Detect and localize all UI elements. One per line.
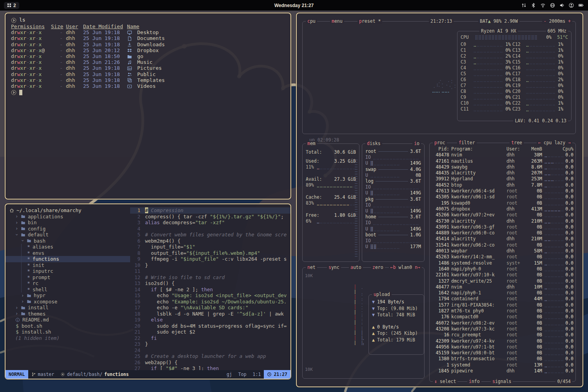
updown-icon[interactable] <box>521 3 526 8</box>
battery-icon[interactable] <box>578 3 584 8</box>
core-label: C9 <box>461 94 472 100</box>
process-row[interactable]: 45159kworker/u98:0-btroot0B⣀⣀⣀⣀⣀⣀0.0 <box>430 350 575 356</box>
tree-item-rc[interactable]: *rc <box>5 280 130 287</box>
process-row[interactable]: 48478nvimdhh38M⣀⣀⣀⣀⣀⣀0.0 <box>430 152 575 158</box>
tree-item-bin[interactable]: ›bin <box>5 220 130 226</box>
globe-icon[interactable] <box>550 3 555 8</box>
signals-button[interactable]: signals <box>491 379 513 384</box>
wifi-icon[interactable] <box>540 3 546 8</box>
process-user: root <box>506 296 524 302</box>
cpu-graph: ⠀⠀⢀⠀⠀⠀⡀ ⠀⢠⠂⠄⢀⠁⠂⡀ ⠐⠈⠁⠂⠀⠈⠄⠂⠒⠒⠂⠒⠒⠂ <box>432 76 457 95</box>
user-icon[interactable] <box>569 3 574 8</box>
process-row[interactable]: 43091kworker/u96:3-gfroot0B⣀⣀⣀⣀⣀⣀0.0 <box>430 224 575 230</box>
tree-item-boot-sh[interactable]: $boot.sh <box>5 323 130 329</box>
tree-item-config[interactable]: ›config <box>5 226 130 232</box>
process-row[interactable]: 48477nvimdhh10M⣀⣀⣀⣀⣀⣀0.0 <box>430 284 575 290</box>
process-cpu: 0.0 <box>563 308 573 314</box>
io-toggle[interactable]: io <box>412 141 421 146</box>
tree-item-readme-md[interactable]: README.md <box>5 317 130 323</box>
file-date: 25 Jun 19:18 <box>83 77 124 84</box>
tree-item-functions[interactable]: *functions <box>5 256 130 262</box>
preset-button[interactable]: preset * <box>358 19 382 24</box>
process-row[interactable]: 1794containerdroot44M⣀⣀⣀⣀⣀⣀0.0 <box>430 296 575 302</box>
net-auto-toggle[interactable]: auto <box>349 265 363 270</box>
code-area[interactable]: 1# Compression2compress() { tar -czf "${… <box>130 204 290 370</box>
process-row[interactable]: 1640napi/phy0-0root0B⣀⣀⣀⣀⣀⣀0.0 <box>430 266 575 272</box>
tree-item-bash[interactable]: ›bash <box>5 238 130 244</box>
process-row[interactable]: 46072kworker/u98:2-evroot0B⣀⣀⣀⣀⣀⣀0.0 <box>430 320 575 326</box>
net-interface[interactable]: ←b wlan0 n→ <box>389 265 422 270</box>
process-row[interactable]: 176kcompactd0root0B⣀⣀⣀⣀⣀⣀0.0 <box>430 314 575 320</box>
file-size: - <box>51 42 63 48</box>
speaker-icon[interactable] <box>559 3 564 8</box>
process-row[interactable]: 48435alacrittydhh207M⣀⣀⣀⣀⣀⣀0.0 <box>430 170 575 176</box>
tree-item-install-sh[interactable]: $install.sh <box>5 329 130 335</box>
process-row[interactable]: 1systemdroot13M⣀⣀⣀⣀⣀⣀0.0 <box>430 362 575 368</box>
menu-button[interactable]: menu <box>330 19 344 24</box>
tree-item-aliases[interactable]: *aliases <box>5 244 130 250</box>
select-control[interactable]: ↕ select <box>433 379 457 384</box>
process-row[interactable]: 195kswapd0root0B⣀⣀⣀⣀⣀⣀0.0 <box>430 200 575 206</box>
info-button[interactable]: info <box>467 379 481 384</box>
process-row[interactable]: 31541kworker/u96:2-coroot0B⣀⣀⣀⣀⣀⣀0.0 <box>430 242 575 248</box>
perm-char: r <box>33 59 36 65</box>
tree-item-applications[interactable]: ›applications <box>5 214 130 220</box>
prompt-line-2[interactable] <box>11 89 285 96</box>
process-row[interactable]: 40075dropboxdhh413M⣀⣀⣀⣀⣀⣀0.0 <box>430 206 575 212</box>
core-percent: 1% <box>552 47 563 53</box>
tree-item-hypr[interactable]: ›hypr <box>5 292 130 299</box>
btop-window[interactable]: cpu menu preset * 21:27:13 BAT▲ 98% 2.90… <box>296 13 583 387</box>
tree-item-shell[interactable]: *shell <box>5 287 130 293</box>
process-row[interactable]: 1577irq/81-PIXA3854:root0B⣀⣀⣀⣀⣀⣀0.0 <box>430 302 575 308</box>
sort-selector[interactable]: ← cpu lazy → <box>537 140 572 145</box>
core-label: C13 <box>512 47 524 53</box>
filter-button[interactable]: filter <box>457 140 477 145</box>
tree-item-xcompose[interactable]: ›xcompose <box>5 299 130 305</box>
disk-name-row: home3.6T <box>365 214 421 220</box>
process-row[interactable]: 48429swaybgdhh8.6M⣀⣀⣀⣀⣀⣀0.0 <box>430 164 575 170</box>
process-row[interactable]: 1327dmcryt_write/25root0B⣀⣀⣀⣀⣀⣀0.0 <box>430 278 575 284</box>
process-row[interactable]: 1827mt76-tx phy0root0B⣀⣀⣀⣀⣀⣀0.0 <box>430 308 575 314</box>
process-row[interactable]: 1845pipewiredhh14M⣀⣀⣀⣀⣀⣀0.0 <box>430 368 575 374</box>
process-row[interactable]: 43208kworker/u97:3-kcroot0B⣀⣀⣀⣀⣀⣀0.0 <box>430 326 575 332</box>
process-row[interactable]: 42309kworker/u97:4-kvroot0B⣀⣀⣀⣀⣀⣀0.0 <box>430 338 575 344</box>
tree-toggle[interactable]: tree <box>510 140 524 145</box>
tree-item-inputrc[interactable]: *inputrc <box>5 268 130 274</box>
process-row[interactable]: 45305kworker/u96:1-sdroot0B⣀⣀⣀⣀⣀⣀0.0 <box>430 194 575 200</box>
process-row[interactable]: 48452btopdhh7.8M⣀⣀⣀⣀⣀⣀0.0 <box>430 182 575 188</box>
process-row[interactable]: 45730alacrittydhh210M⣀⣀⣀⣀⣀⣀0.0 <box>430 218 575 224</box>
code-line: 13iso2sd() { <box>130 280 290 287</box>
workspace-indicator[interactable]: 2 <box>4 2 19 9</box>
process-row[interactable]: 47161nautilusdhh263M⣀⣀⣀⣀⣀⣀0.0 <box>430 158 575 164</box>
net-sync-toggle[interactable]: sync <box>327 265 341 270</box>
editor-window[interactable]: ~/.local/share/omarchy›applications›bin›… <box>5 203 291 379</box>
tree-item-install[interactable]: ›install <box>5 305 130 311</box>
process-row[interactable]: 47613kworker/u96:4-sdroot0B⣀⣀⣀⣀⣀⣀0.0 <box>430 188 575 194</box>
tree-item-envs[interactable]: *envs <box>5 250 130 256</box>
process-user: root <box>506 362 524 368</box>
interval-control[interactable]: - 2000ms + <box>542 19 572 24</box>
process-row[interactable]: 44956kworker/u97:1-btroot0B⣀⣀⣀⣀⣀⣀0.0 <box>430 344 575 350</box>
process-row[interactable]: 22161kworker/u97:10-kroot0B⣀⣀⣀⣀⣀⣀0.0 <box>430 272 575 278</box>
tree-item-default[interactable]: ›default <box>5 232 130 238</box>
process-pid: 1794 <box>433 296 449 302</box>
process-row[interactable]: 1380btrfs-transactioroot0B⣀⣀⣀⣀⣀⣀0.0 <box>430 356 575 362</box>
process-row[interactable]: 39912Hyprlanddhh253M⣀⣀⣀⣀⣀⣀0.0 <box>430 176 575 182</box>
process-row[interactable]: 45266kworker/u97:2+evroot0B⣀⣀⣀⣀⣀⣀0.0 <box>430 212 575 218</box>
process-row[interactable]: 1642napi/phy0-1root0B⣀⣀⣀⣀⣀⣀0.0 <box>430 290 575 296</box>
tree-item-prompt[interactable]: *prompt <box>5 274 130 281</box>
process-row[interactable]: 1486systemd-resolvesyst+15M⣀⣀⣀⣀⣀⣀0.0 <box>430 260 575 266</box>
process-row[interactable]: 45414alacrittydhh210M⣀⣀⣀⣀⣀⣀0.0 <box>430 236 575 242</box>
net-zero-toggle[interactable]: zero <box>371 265 385 270</box>
tree-item-init[interactable]: *init <box>5 262 130 269</box>
terminal-window[interactable]: ls PermissionsSizeUserDate ModifiedName … <box>5 13 291 200</box>
process-user: root <box>506 188 524 194</box>
process-row[interactable]: 16rcu_preemptroot0B⣀⣀⣀⣀⣀⣀0.0 <box>430 332 575 338</box>
bluetooth-icon[interactable] <box>531 3 536 8</box>
process-row[interactable]: 40013waybardhh58M⣀⣀⣀⣀⣀⣀0.0 <box>430 248 575 254</box>
tree-item--local-share-omarchy[interactable]: ~/.local/share/omarchy <box>5 207 130 214</box>
process-row[interactable]: 44889kworker/u96:0-coroot0B⣀⣀⣀⣀⣀⣀0.0 <box>430 230 575 236</box>
process-row[interactable]: 45263kworker/14:2-mm_root0B⣀⣀⣀⣀⣀⣀0.0 <box>430 254 575 260</box>
process-pid: 45263 <box>433 254 449 260</box>
tree-item-themes[interactable]: ›themes <box>5 311 130 317</box>
